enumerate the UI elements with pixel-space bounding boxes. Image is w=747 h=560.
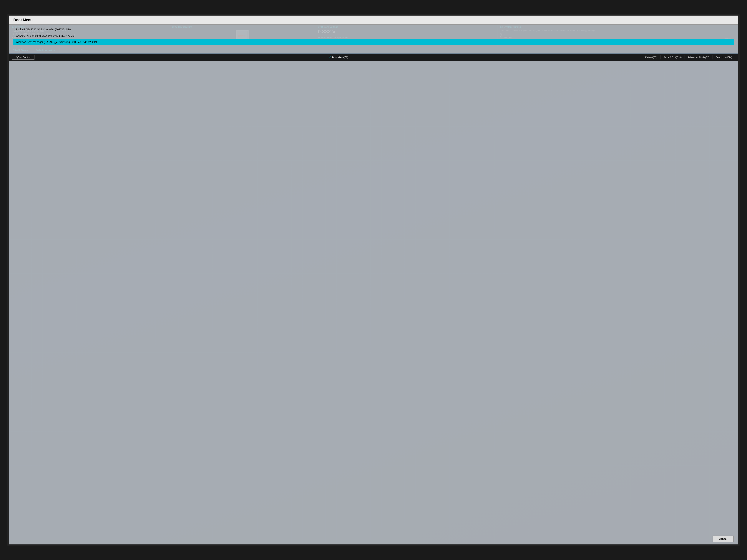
cancel-button[interactable]: Cancel — [713, 536, 733, 542]
boot-menu-footer: Cancel — [9, 533, 738, 544]
search-faq-key: Search on FAQ — [716, 56, 732, 59]
bottom-bar: QFan Control ✳ Boot Menu(F8) Default(F5)… — [9, 54, 738, 61]
save-exit-key: Save & Exit(F10) — [664, 56, 681, 59]
boot-menu-list: RocketRAID 2720 SAS Controller (2097151M… — [9, 25, 738, 534]
boot-item-2[interactable]: Windows Boot Manager (SATA6G_4: Samsung … — [14, 39, 733, 45]
boot-menu-title: Boot Menu — [14, 18, 733, 22]
snowflake-icon: ✳ — [329, 56, 331, 59]
qfan-control-button[interactable]: QFan Control — [12, 55, 34, 60]
boot-menu-header: Boot Menu — [9, 16, 738, 25]
boot-menu-btn-label: Boot Menu(F8) — [332, 56, 348, 59]
boot-item-1[interactable]: SATA6G_4: Samsung SSD 840 EVO 1 (114473M… — [14, 33, 733, 39]
advanced-mode-action[interactable]: Advanced Mode(F7) — [685, 55, 713, 59]
boot-menu-button[interactable]: ✳ Boot Menu(F8) — [329, 56, 348, 59]
search-faq-action[interactable]: Search on FAQ — [713, 55, 735, 59]
monitor-bezel: SUS UEFI BIOS Utility – EZ Mode 01/2020 … — [7, 14, 740, 546]
bios-screen: SUS UEFI BIOS Utility – EZ Mode 01/2020 … — [9, 16, 738, 544]
save-exit-action[interactable]: Save & Exit(F10) — [660, 55, 685, 59]
default-key: Default(F5) — [645, 56, 657, 59]
boot-item-0[interactable]: RocketRAID 2720 SAS Controller (2097151M… — [14, 26, 733, 32]
advanced-mode-key: Advanced Mode(F7) — [688, 56, 710, 59]
boot-menu-overlay: Boot Menu RocketRAID 2720 SAS Controller… — [9, 16, 738, 544]
bottom-actions: Default(F5) Save & Exit(F10) Advanced Mo… — [642, 55, 735, 59]
default-action[interactable]: Default(F5) — [642, 55, 660, 59]
